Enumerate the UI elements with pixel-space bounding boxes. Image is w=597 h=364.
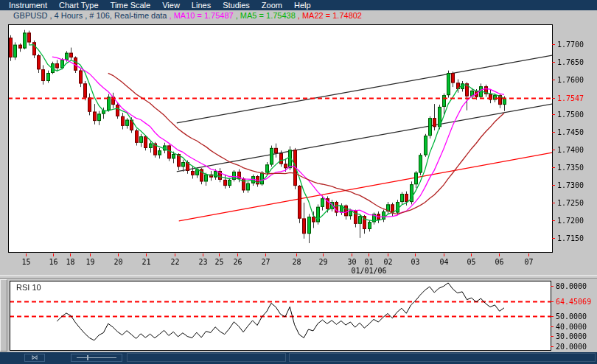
zoom-slider[interactable] xyxy=(71,354,122,362)
menu-item-zoom[interactable]: Zoom xyxy=(256,0,288,10)
chart-info-bar: GBPUSD , 4 Hours , # 106, Real-time data… xyxy=(0,10,597,21)
status-bar: ⋈ xyxy=(0,352,597,364)
menu-item-view[interactable]: View xyxy=(156,0,186,10)
rsi-chart-canvas[interactable] xyxy=(0,279,597,352)
zoom-slider-track xyxy=(77,357,116,358)
zoom-slider-thumb[interactable] xyxy=(87,355,88,360)
ma10-legend: , MA10 = 1.75487 xyxy=(167,11,233,20)
menu-item-help[interactable]: Help xyxy=(288,0,317,10)
chart-title: GBPUSD , 4 Hours , # 106, Real-time data xyxy=(13,11,167,20)
ma22-legend: , MA22 = 1.74802 xyxy=(296,11,362,20)
status-section-right xyxy=(289,353,596,362)
menu-bar: InstrumentChart TypeTime ScaleViewLinesS… xyxy=(0,0,597,10)
pan-handle-icon: ⋈ xyxy=(32,354,38,361)
menu-item-time-scale[interactable]: Time Scale xyxy=(105,0,157,10)
menu-item-chart-type[interactable]: Chart Type xyxy=(53,0,105,10)
chart-application-window: InstrumentChart TypeTime ScaleViewLinesS… xyxy=(0,0,597,364)
menu-item-studies[interactable]: Studies xyxy=(217,0,256,10)
price-chart-canvas[interactable] xyxy=(0,21,597,279)
status-section-left xyxy=(127,353,286,362)
menu-item-lines[interactable]: Lines xyxy=(186,0,217,10)
pan-handle-button[interactable]: ⋈ xyxy=(24,354,45,362)
menu-item-instrument[interactable]: Instrument xyxy=(3,0,53,10)
ma5-legend: , MA5 = 1.75438 xyxy=(234,11,296,20)
rsi-study-label: RSI 10 xyxy=(16,283,41,292)
